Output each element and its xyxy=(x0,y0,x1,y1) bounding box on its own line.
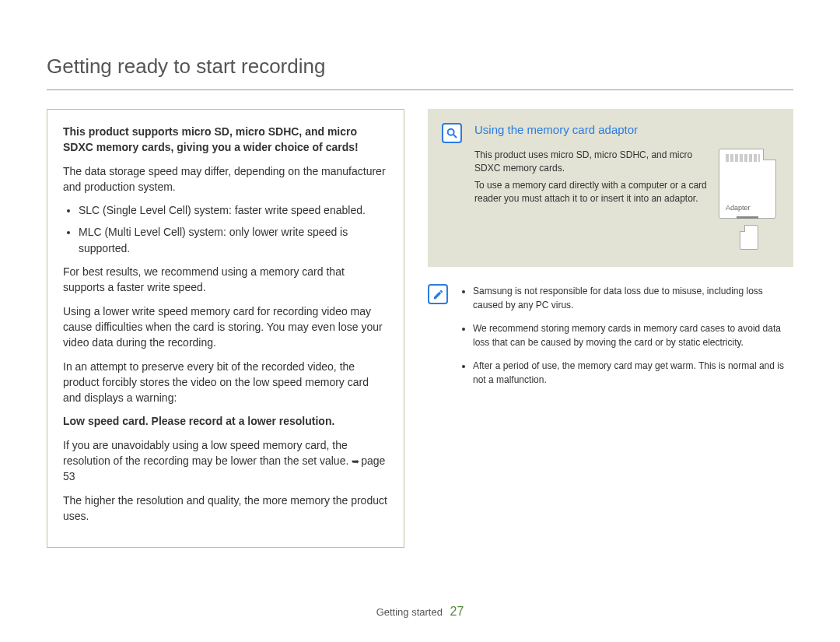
info-bullet-list: Samsung is not responsible for data loss… xyxy=(460,284,793,396)
low-speed-warning: Low speed card. Please record at a lower… xyxy=(63,413,388,429)
sd-adapter-illustration: Adapter xyxy=(719,149,779,250)
adapter-label: Adapter xyxy=(726,204,751,212)
footer-page-number: 27 xyxy=(450,605,464,618)
page-footer: Getting started 27 xyxy=(0,605,840,619)
intro-bold-text: This product supports micro SD, micro SD… xyxy=(63,124,388,156)
list-item: We recommend storing memory cards in mem… xyxy=(473,321,793,349)
adaptor-callout-box: Using the memory card adaptor This produ… xyxy=(428,109,793,267)
svg-point-0 xyxy=(448,129,454,135)
paragraph-speed-differ: The data storage speed may differ, depen… xyxy=(63,163,388,195)
note-pencil-icon xyxy=(428,284,448,304)
cell-system-list: SLC (Single Level Cell) system: faster w… xyxy=(74,202,388,256)
paragraph-unavoidably: If you are unavoidably using a low speed… xyxy=(63,437,388,485)
list-item: After a period of use, the memory card m… xyxy=(473,359,793,387)
list-item: Samsung is not responsible for data loss… xyxy=(473,284,793,312)
adaptor-callout-text: This product uses micro SD, micro SDHC, … xyxy=(474,149,708,209)
list-item: SLC (Single Level Cell) system: faster w… xyxy=(79,202,388,218)
paragraph-best-results: For best results, we recommend using a m… xyxy=(63,264,388,296)
page-title: Getting ready to start recording xyxy=(47,54,793,90)
magnifier-icon xyxy=(442,123,462,143)
adaptor-callout-title: Using the memory card adaptor xyxy=(474,123,779,136)
paragraph-lower-speed: Using a lower write speed memory card fo… xyxy=(63,303,388,351)
paragraph-higher-res: The higher the resolution and quality, t… xyxy=(63,493,388,524)
memory-card-note-box: This product supports micro SD, micro SD… xyxy=(47,109,404,548)
footer-section-label: Getting started xyxy=(376,606,443,618)
info-notes-row: Samsung is not responsible for data loss… xyxy=(428,284,793,396)
list-item: MLC (Multi Level Cell) system: only lowe… xyxy=(79,224,388,256)
right-column: Using the memory card adaptor This produ… xyxy=(428,109,793,548)
left-column: This product supports micro SD, micro SD… xyxy=(47,109,404,548)
svg-line-1 xyxy=(453,135,457,138)
two-column-layout: This product supports micro SD, micro SD… xyxy=(47,109,793,548)
paragraph-preserve: In an attempt to preserve every bit of t… xyxy=(63,359,388,406)
